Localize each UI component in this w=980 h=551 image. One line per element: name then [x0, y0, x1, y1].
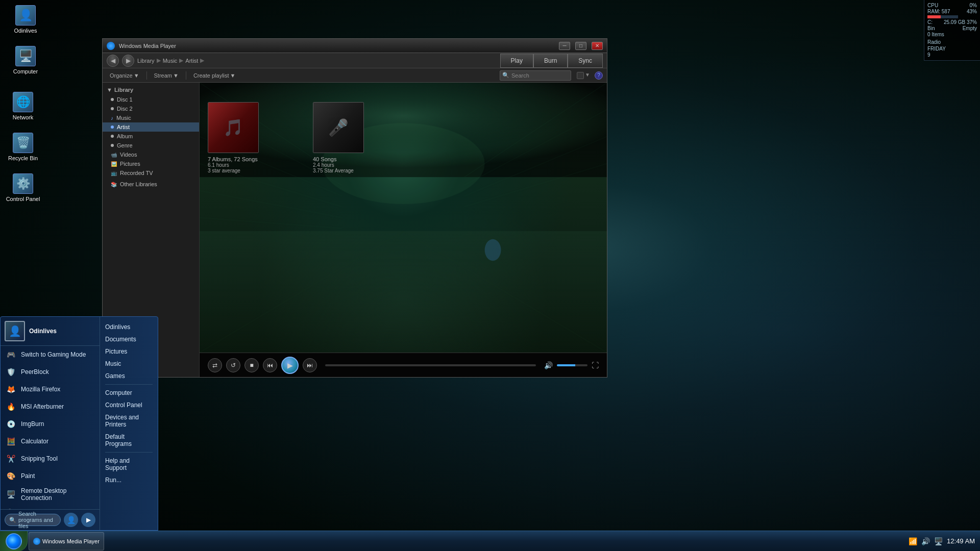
taskbar: Windows Media Player 📶 🔊 🖥️ 12:49 AM: [0, 531, 980, 551]
ram-bar: [927, 15, 958, 18]
tray-network-icon[interactable]: 📶: [909, 537, 917, 545]
mute-button[interactable]: 🔊: [544, 361, 553, 369]
wmp-visualization: 🎵 7 Albums, 72 Songs 6.1 hours 3 star av…: [200, 83, 607, 353]
stop-button[interactable]: ■: [244, 358, 259, 372]
wmp-forward-button[interactable]: ▶: [122, 55, 134, 67]
start-item-peerblock[interactable]: 🛡️ PeerBlock: [1, 363, 100, 381]
start-item-gaming-mode[interactable]: 🎮 Switch to Gaming Mode: [1, 346, 100, 363]
right-item-devices-printers[interactable]: Devices and Printers: [100, 411, 158, 431]
start-menu-left-panel: 👤 Odinlives 🎮 Switch to Gaming Mode 🛡️ P…: [1, 317, 100, 530]
recycle-bin-icon: 🗑️: [13, 133, 33, 153]
wmp-close-button[interactable]: ✕: [592, 42, 603, 50]
sidebar-videos[interactable]: 📹 Videos: [103, 150, 199, 159]
wmp-minimize-button[interactable]: ─: [559, 42, 570, 50]
start-item-paint[interactable]: 🎨 Paint: [1, 467, 100, 485]
desktop: CPU 0% RAM: 587 43% C: 25.09 GB 37% Bin …: [0, 0, 980, 551]
play-button[interactable]: Play: [500, 54, 533, 68]
svg-point-17: [485, 239, 501, 261]
user-accounts-button[interactable]: 👤: [64, 513, 78, 527]
wmp-controls: ⇄ ↺ ■ ⏮ ▶ ⏭ 🔊 ⛶: [200, 353, 607, 377]
right-item-control-panel[interactable]: Control Panel: [100, 399, 158, 411]
paint-icon: 🎨: [5, 470, 17, 482]
create-playlist-button[interactable]: Create playlist ▼: [190, 71, 239, 80]
repeat-button[interactable]: ↺: [226, 358, 240, 372]
peerblock-icon: 🛡️: [5, 366, 17, 378]
wmp-search-field[interactable]: 🔍 Search: [500, 70, 571, 81]
organize-button[interactable]: Organize ▼: [107, 71, 142, 80]
view-toggle-button[interactable]: [577, 72, 584, 79]
sidebar-pictures[interactable]: 🖼️ Pictures: [103, 159, 199, 168]
start-item-magnifier[interactable]: 🔍 Magnifier: [1, 504, 100, 509]
wmp-app-icon: [107, 42, 115, 50]
album-art-1: 🎤: [313, 102, 364, 153]
help-button[interactable]: ?: [595, 71, 603, 80]
taskbar-wmp-icon: [33, 538, 40, 545]
start-item-firefox[interactable]: 🦊 Mozilla Firefox: [1, 381, 100, 398]
shuffle-button[interactable]: ⇄: [208, 358, 222, 372]
library-header: ▼ Library: [103, 85, 199, 95]
start-item-imgburn[interactable]: 💿 ImgBurn: [1, 415, 100, 433]
tray-volume-icon[interactable]: 🔊: [921, 537, 930, 545]
tray-monitor-icon[interactable]: 🖥️: [934, 537, 943, 545]
next-button[interactable]: ⏭: [303, 358, 317, 372]
radio-label: Radio: [927, 39, 941, 45]
user-avatar: 👤: [5, 321, 25, 341]
right-item-music[interactable]: Music: [100, 358, 158, 370]
sidebar-other-libraries[interactable]: 📚 Other Libraries: [103, 180, 199, 189]
desktop-icon-computer[interactable]: 🖥️ Computer: [5, 46, 46, 74]
right-item-computer[interactable]: Computer: [100, 387, 158, 399]
right-item-games[interactable]: Games: [100, 370, 158, 382]
start-search-box[interactable]: 🔍 Search programs and files: [5, 514, 61, 526]
sync-button[interactable]: Sync: [568, 54, 603, 68]
album-card-0[interactable]: 🎵 7 Albums, 72 Songs 6.1 hours 3 star av…: [208, 102, 274, 173]
start-item-msi-afterburner[interactable]: 🔥 MSI Afterburner: [1, 398, 100, 415]
start-item-remote-desktop[interactable]: 🖥️ Remote Desktop Connection: [1, 485, 100, 504]
lock-button[interactable]: ▶: [81, 513, 95, 527]
sidebar-recorded-tv[interactable]: 📺 Recorded TV: [103, 168, 199, 178]
breadcrumb-music[interactable]: Music: [163, 58, 178, 64]
sidebar-music[interactable]: ♪ Music: [103, 113, 199, 122]
network-icon: 🌐: [13, 92, 33, 112]
bin-empty: Empty: [963, 26, 977, 31]
desktop-icon-recycle-bin[interactable]: 🗑️ Recycle Bin: [3, 133, 43, 161]
wmp-back-button[interactable]: ◀: [107, 55, 119, 67]
sidebar-disc2[interactable]: Disc 2: [103, 104, 199, 113]
view-options-button[interactable]: ▼: [585, 72, 589, 79]
album-card-1[interactable]: 🎤 40 Songs 2.4 hours 3.75 Star Average: [313, 102, 379, 173]
wmp-body: ▼ Library Disc 1 Disc 2 ♪ Music: [103, 83, 607, 377]
wmp-play-button[interactable]: ▶: [281, 357, 299, 374]
sidebar-album[interactable]: Album: [103, 132, 199, 141]
right-item-help-support[interactable]: Help and Support: [100, 455, 158, 474]
taskbar-wmp-button[interactable]: Windows Media Player: [29, 532, 104, 550]
control-panel-icon: ⚙️: [13, 173, 33, 194]
wmp-title: Windows Media Player: [119, 43, 334, 49]
stream-button[interactable]: Stream ▼: [151, 71, 182, 80]
wmp-breadcrumb: Library ▶ Music ▶ Artist ▶: [137, 57, 204, 64]
sidebar-artist[interactable]: Artist: [103, 122, 199, 132]
svg-line-6: [200, 191, 342, 218]
right-item-pictures[interactable]: Pictures: [100, 345, 158, 358]
desktop-icon-network[interactable]: 🌐 Network: [3, 92, 43, 120]
desktop-icon-control-panel[interactable]: ⚙️ Control Panel: [3, 173, 43, 202]
start-item-calculator[interactable]: 🧮 Calculator: [1, 433, 100, 450]
wmp-maximize-button[interactable]: □: [575, 42, 586, 50]
prev-button[interactable]: ⏮: [263, 358, 277, 372]
right-item-run[interactable]: Run...: [100, 474, 158, 486]
desktop-icon-odinlives[interactable]: 👤 Odinlives: [5, 5, 46, 34]
burn-button[interactable]: Burn: [533, 54, 568, 68]
start-menu-bottom: 🔍 Search programs and files 👤 ▶: [1, 509, 100, 530]
sidebar-genre[interactable]: Genre: [103, 141, 199, 150]
right-item-default-programs[interactable]: Default Programs: [100, 431, 158, 450]
fullscreen-button[interactable]: ⛶: [592, 361, 599, 369]
svg-rect-1: [200, 231, 607, 353]
right-item-odinlives[interactable]: Odinlives: [100, 321, 158, 333]
windows-orb: [6, 533, 22, 549]
start-item-snipping-tool[interactable]: ✂️ Snipping Tool: [1, 450, 100, 467]
progress-bar[interactable]: [325, 364, 536, 366]
right-item-documents[interactable]: Documents: [100, 333, 158, 345]
sidebar-disc1[interactable]: Disc 1: [103, 95, 199, 104]
start-button[interactable]: [0, 531, 28, 552]
breadcrumb-artist[interactable]: Artist: [185, 58, 198, 64]
breadcrumb-library[interactable]: Library: [137, 58, 155, 64]
volume-slider[interactable]: [557, 364, 587, 366]
